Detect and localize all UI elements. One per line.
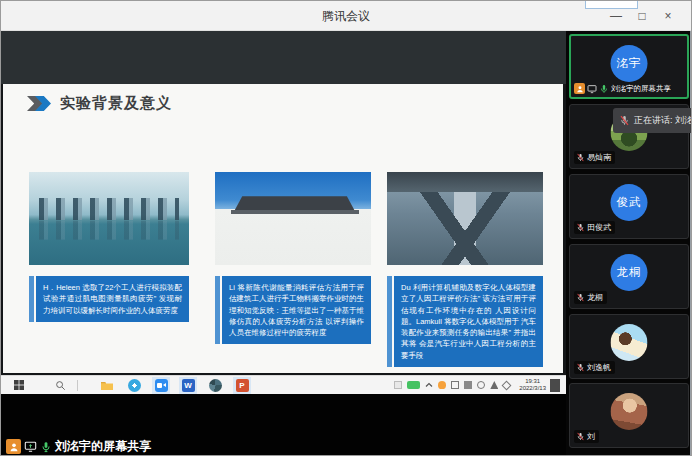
slide-column-1: H．Heleen 选取了22个工人进行模拟装配试验并通过肌电图测量肌肉疲劳” 发… [29,172,189,322]
mic-on-icon [599,84,609,94]
taskbar-clock[interactable]: 19:31 2022/3/13 [519,378,546,392]
tray-expand-icon[interactable] [425,382,433,388]
mic-muted-icon [576,223,585,232]
participant-tile[interactable]: 刘 [569,383,689,448]
participant-name: 龙桐 [587,292,603,303]
slide-title-row: 实验背景及意义 [27,94,172,113]
slide-column-2: Li 将新陈代谢能量消耗评估方法用于评估建筑工人进行手工物料搬举作业时的生理和知… [215,172,371,344]
participant-name: 易灿南 [587,152,611,163]
mic-muted-icon [576,363,585,372]
close-button[interactable]: × [655,9,681,23]
avatar-photo [611,393,648,430]
avatar-photo [611,324,648,361]
file-explorer-icon[interactable] [98,377,116,394]
participant-tile[interactable]: 龙桐 龙桐 [569,244,689,309]
clock-date: 2022/3/13 [519,385,546,392]
tray-icon[interactable] [394,381,402,389]
screen-share-banner: 刘洺宇的屏幕共享 [6,438,151,455]
avatar-initials: 俊武 [611,184,648,221]
slide-column-3: Du 利用计算机辅助及数字化人体模型建立了人因工程评价方法” 该方法可用于评估现… [387,172,543,367]
speaking-toast: 正在讲话: 刘洺 [613,108,692,133]
participant-name-pill: 刘逸帆 [574,361,615,374]
shared-screen-top-strip [1,31,566,84]
screen-share-icon [587,84,597,94]
textbox-accent-bar [215,276,220,344]
tray-icon[interactable] [502,380,512,390]
slide-image-city-skyline [29,172,189,265]
shared-screen-area: 实验背景及意义 H．Heleen 选取了22个工人进行模拟装配试验并通过肌电图测… [1,31,566,456]
participant-status-row: 刘洺宇的屏幕共享 [574,83,685,94]
slide-textbox-1: H．Heleen 选取了22个工人进行模拟装配试验并通过肌电图测量肌肉疲劳” 发… [29,276,189,322]
slide-textbox-2: Li 将新陈代谢能量消耗评估方法用于评估建筑工人进行手工物料搬举作业时的生理和知… [215,276,371,344]
participant-name: 刘 [587,431,595,442]
mic-on-icon [40,441,52,453]
browser-icon[interactable] [206,377,224,394]
mic-muted-icon [619,115,630,126]
meeting-main-area: 实验背景及意义 H．Heleen 选取了22个工人进行模拟装配试验并通过肌电图测… [1,31,691,455]
participant-tile-sharer[interactable]: 洺宇 刘洺宇的屏幕共享 [569,34,689,99]
textbox-text: Li 将新陈代谢能量消耗评估方法用于评估建筑工人进行手工物料搬举作业时的生理和知… [222,276,371,344]
participant-tile[interactable]: 刘逸帆 [569,314,689,379]
tray-icon[interactable] [477,381,485,389]
maximize-button[interactable]: □ [629,9,655,23]
overlapping-window-fragment [585,1,638,9]
battery-icon[interactable] [407,381,420,389]
slide-image-traditional-roof [215,172,371,265]
participant-name: 刘洺宇的屏幕共享 [611,84,671,94]
mic-muted-icon [576,153,585,162]
mic-muted-icon [576,432,585,441]
participant-name-pill: 刘 [574,430,599,443]
avatar-initials: 龙桐 [611,254,648,291]
minimize-button[interactable]: — [603,9,629,23]
qq-tray-icon[interactable] [438,381,446,389]
system-tray [394,381,510,389]
start-button[interactable] [11,377,27,394]
textbox-text: Du 利用计算机辅助及数字化人体模型建立了人因工程评价方法” 该方法可用于评估现… [394,276,543,367]
word-icon[interactable]: W [179,377,197,394]
participant-name: 田俊武 [587,222,611,233]
slide-title: 实验背景及意义 [60,94,172,113]
participant-name-pill: 龙桐 [574,291,607,304]
host-badge-icon [574,83,585,94]
screen-share-banner-label: 刘洺宇的屏幕共享 [55,438,151,455]
participant-name-pill: 易灿南 [574,151,615,164]
taskbar-search-icon[interactable] [53,377,67,394]
avatar-initials: 洺宇 [611,45,648,82]
textbox-accent-bar [387,276,392,367]
participants-sidebar: 洺宇 刘洺宇的屏幕共享 [566,31,692,456]
media-player-icon[interactable] [125,377,143,394]
screen-share-icon [24,440,37,453]
textbox-accent-bar [29,276,34,322]
speaking-toast-text: 正在讲话: 刘洺 [634,114,692,127]
taskbar-divider [77,380,78,391]
host-badge-icon [6,439,21,454]
tencent-meeting-window: 腾讯会议 — □ × 实验背景及意义 H．H [0,0,692,456]
slide-image-staircase [387,172,543,265]
participant-tile[interactable]: 俊武 田俊武 [569,174,689,239]
textbox-text: H．Heleen 选取了22个工人进行模拟装配试验并通过肌电图测量肌肉疲劳” 发… [36,276,189,322]
participant-name-pill: 田俊武 [574,221,615,234]
clock-time: 19:31 [519,378,546,385]
notification-center-icon[interactable] [550,379,560,392]
participant-name: 刘逸帆 [587,362,611,373]
presentation-slide: 实验背景及意义 H．Heleen 选取了22个工人进行模拟装配试验并通过肌电图测… [3,84,563,373]
slide-textbox-3: Du 利用计算机辅助及数字化人体模型建立了人因工程评价方法” 该方法可用于评估现… [387,276,543,367]
tray-icon[interactable] [464,381,472,389]
windows-taskbar: W P 19:31 2022/3/13 [1,375,566,394]
tray-icon[interactable] [451,381,459,389]
powerpoint-icon[interactable]: P [233,377,251,394]
tencent-meeting-taskbar-icon[interactable] [152,377,170,394]
tray-icon[interactable] [490,381,498,389]
mic-muted-icon [576,293,585,302]
